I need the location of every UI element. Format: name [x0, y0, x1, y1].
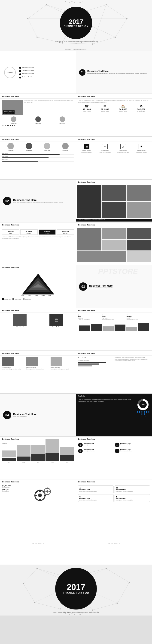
feature-desc: Lorem ipsum text here	[84, 444, 95, 446]
slide-inner: Design Template Lorem ipsum design premi…	[0, 356, 76, 371]
bullet-dot	[19, 67, 21, 69]
service-desc: Lorem ipsum text here promotions	[26, 368, 50, 370]
chart-label: 2015	[31, 462, 45, 464]
bullet-dot	[19, 70, 21, 72]
feature-text: Business Text Lorem ipsum text here	[120, 442, 132, 446]
price-label: Basic	[3, 232, 18, 234]
icon-box: ≡	[102, 144, 108, 149]
team-row: Name Here Name Here Name Here Name Here	[2, 143, 74, 151]
team-section: Name Here Name Here Name Here	[2, 116, 74, 124]
svg-line-56	[23, 584, 35, 602]
row-10: Business Text Here Features	[0, 436, 152, 479]
pyramid-slide: Business Text Here 2013 2014 2015 2016 2…	[0, 265, 76, 308]
service-item: Design Template Lorem ipsum design premi…	[2, 357, 25, 370]
person-icon: 👤	[143, 411, 145, 413]
svg-rect-46	[47, 494, 48, 496]
svg-rect-39	[35, 495, 37, 496]
svg-line-57	[23, 568, 37, 584]
flow-title: Business text	[79, 489, 113, 490]
svg-line-8	[28, 5, 46, 19]
slide-header: Business Text Here	[76, 436, 152, 441]
bar	[79, 326, 90, 331]
photo-cell	[77, 185, 101, 218]
svg-point-64	[129, 582, 130, 583]
legend-color	[23, 298, 24, 300]
price-value: $399.00	[57, 230, 73, 232]
stat-item: ♻ 76 1,000 Growth Product	[137, 104, 145, 112]
list-item: Business Text Here	[19, 66, 73, 69]
service-item: Design Template Lorem ipsum design premi…	[51, 357, 74, 370]
stats-grid: ♥ 87% Top Today Lorem ipsum text here ♥ …	[78, 314, 150, 320]
icon-item: △ Growth Product Lorem ipsum text here	[115, 144, 132, 153]
row-4: 02 Business Text Here Lorem ipsum dolor …	[0, 180, 152, 222]
avatar	[26, 143, 32, 149]
svg-line-55	[35, 602, 60, 609]
product-label: Upload Product	[39, 326, 74, 328]
slide-inner: Lorem ipsum dolor siamet dolor suame thi…	[76, 98, 152, 113]
flow-title: Business text	[116, 489, 149, 490]
pyramid-chart: 2013 2014 2015 2016 2017	[17, 271, 59, 297]
chart-legend: Features	[2, 442, 74, 444]
placeholder-text: Text Here	[32, 542, 44, 544]
photo-row: What we believe iswhat defines us Lorem …	[2, 100, 74, 115]
gear-svg	[31, 485, 54, 504]
stat-val: $ 1,301,992	[2, 485, 11, 486]
member-name: Name Here	[35, 122, 41, 124]
pricing-desc: Lorem ipsum dolor siamet consectetur adi…	[2, 236, 74, 239]
svg-text:100%: 100%	[141, 404, 145, 406]
stat-icon: 🏠	[119, 104, 127, 108]
price-label: Ultimate	[57, 232, 73, 234]
row-1: CONTENT Business Text Here Business Text…	[0, 51, 152, 94]
svg-point-66	[92, 610, 93, 611]
icon-desc: Lorem ipsum text here	[136, 152, 147, 153]
collage-cell	[127, 240, 151, 251]
gears-slide: Business Text Here $ 1,301,992 Total Rev…	[0, 479, 76, 522]
stat-icon: ♥	[78, 314, 101, 316]
chart-labels: 2013 2014 2015 2016 2017	[2, 462, 74, 464]
bar	[31, 454, 45, 461]
member-name: Name Here	[8, 150, 14, 151]
svg-point-61	[36, 568, 38, 569]
gears-illustration	[11, 485, 74, 504]
stat-block: ♥ 90% Top Today Lorem ipsum text here	[102, 314, 126, 320]
feature-icon: ⊕	[78, 442, 83, 447]
prog-bar	[2, 158, 74, 158]
icon-feature: ✦ Business Text Lorem ipsum text here	[115, 448, 150, 453]
slide-inner: ⊞ Growth Product Lorem ipsum text here ≡…	[76, 142, 152, 155]
svg-text:2016: 2016	[42, 294, 45, 296]
service-image	[51, 357, 62, 366]
bar	[126, 327, 137, 331]
text-here-row: Text Here Text Here	[0, 522, 152, 565]
photo-cell	[127, 202, 151, 218]
team-member: Name Here	[57, 143, 74, 151]
slide-header: Business Text Here	[76, 480, 152, 484]
icon-desc: Lorem ipsum text here	[99, 152, 111, 153]
photo-caption: What we believe iswhat defines us	[3, 110, 14, 114]
people-icons: 👤 👤 👤 👤 👤 👤 👤 👤	[136, 411, 150, 415]
photo-cell	[102, 185, 126, 202]
slide-header: Analysis	[76, 394, 152, 398]
pricing-slide: Business Text Here $99.00 Basic $199.00 …	[0, 222, 76, 265]
slide-header: Business Text Here	[0, 480, 76, 484]
svg-point-14	[46, 4, 47, 5]
avatar	[62, 143, 69, 149]
person-icon: 👤	[141, 414, 143, 415]
stat-val: $ 987,001	[2, 489, 11, 490]
section-03-slide: PPTSTORE 03 Business Text Here Lorem ips…	[76, 265, 152, 308]
content-circle: CONTENT	[4, 67, 16, 78]
legend-label: Growth Title	[4, 298, 11, 300]
placeholder-text: Text Here	[108, 542, 120, 544]
feature-icon: ⊞	[78, 448, 83, 453]
content-slide: CONTENT Business Text Here Business Text…	[0, 51, 76, 94]
collage-cell	[102, 228, 126, 239]
price-col: $399.00 Ultimate	[57, 230, 74, 235]
section-title: Business Text Here	[13, 413, 36, 416]
service-image	[26, 357, 38, 366]
member-name: Name Here	[26, 150, 32, 151]
flow-item: ⊞ Business text Lorem ipsum text here de…	[78, 494, 114, 502]
icon-label: Growth Product	[82, 150, 91, 151]
price-value: $299.00	[39, 230, 55, 232]
team-member: Name Here	[20, 143, 37, 151]
price-col: $299.00 Premium	[39, 230, 56, 235]
stat-item: 🏠 54 1,000 Growth Product	[119, 104, 127, 112]
